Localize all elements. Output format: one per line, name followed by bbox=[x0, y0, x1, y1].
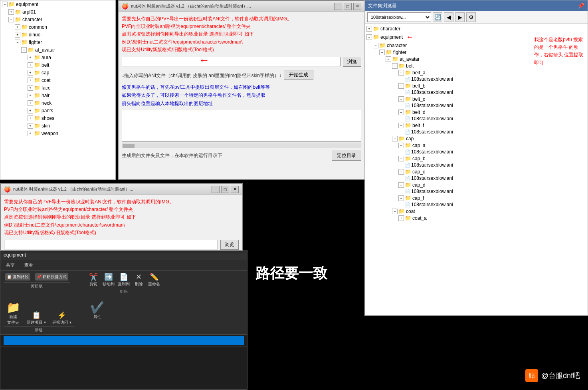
rtree-expand-fighter[interactable]: − bbox=[379, 50, 385, 55]
expand-at-avatar[interactable]: − bbox=[21, 47, 27, 53]
start-button[interactable]: 开始生成 bbox=[284, 70, 313, 80]
rtree-expand-belt[interactable]: − bbox=[392, 63, 398, 69]
expand-aura[interactable]: + bbox=[28, 55, 33, 60]
expand-belt[interactable]: + bbox=[28, 62, 33, 68]
expand-shoes[interactable]: + bbox=[28, 115, 33, 121]
rtree-expand-belt-d[interactable]: − bbox=[398, 109, 404, 115]
tree-item-equipment[interactable]: − 📁 equipment bbox=[0, 0, 115, 8]
tree-item-skin[interactable]: + 📁 skin bbox=[0, 122, 115, 129]
tree-item-character[interactable]: − 📁 character bbox=[0, 16, 115, 23]
file-dropdown[interactable]: 108stairsexblow... bbox=[367, 12, 431, 22]
tree-item-fighter[interactable]: − 📁 fighter bbox=[0, 38, 115, 46]
rtree-cap-b-ani[interactable]: 📄 108stairsexblow.ani bbox=[365, 162, 588, 168]
path-input[interactable]: C:\梦太晓客户端\equipment\character\gunner\ bbox=[122, 57, 341, 66]
address-input[interactable]: C:\Users\ \Desktop\equipment bbox=[4, 336, 244, 345]
rtree-cap-d-ani[interactable]: 📄 108stairsexblow.ani bbox=[365, 188, 588, 195]
rtree-cap-f[interactable]: − 📁 cap_f bbox=[365, 195, 588, 201]
rtree-character-top[interactable]: + 📁 character bbox=[365, 25, 588, 32]
rtree-belt-c-ani[interactable]: 📄 108stairsexblow.ani bbox=[365, 102, 588, 109]
rtree-belt-a-ani[interactable]: 📄 108stairsexblow.ani bbox=[365, 76, 588, 82]
rtree-belt-d-ani[interactable]: 📄 108stairsexblow.ani bbox=[365, 115, 588, 122]
tree-item-common[interactable]: + 📁 common bbox=[0, 23, 115, 31]
delete-button[interactable]: ✕ 删除 bbox=[132, 273, 146, 287]
tree-item-at-avatar[interactable]: − 📁 at_avatar bbox=[0, 46, 115, 54]
tree-item-pants[interactable]: + 📁 pants bbox=[0, 107, 115, 114]
rtree-cap-c-ani[interactable]: 📄 108stairsexblow.ani bbox=[365, 175, 588, 181]
rtree-expand-equipment[interactable]: − bbox=[366, 34, 372, 40]
rtree-expand-belt-f[interactable]: − bbox=[398, 123, 404, 128]
rtree-belt-f[interactable]: − 📁 belt_f bbox=[365, 122, 588, 129]
rtree-expand-cap[interactable]: − bbox=[392, 136, 398, 141]
tree-item-hair[interactable]: + 📁 hair bbox=[0, 92, 115, 99]
rtree-coat-a[interactable]: + 📁 coat_a bbox=[365, 215, 588, 221]
new-item-button[interactable]: 📋 新建项目 ▾ bbox=[24, 311, 48, 325]
expand-coat[interactable]: + bbox=[28, 78, 33, 83]
second-minimize-button[interactable]: — bbox=[212, 186, 220, 193]
rtree-expand-belt-a[interactable]: − bbox=[398, 70, 404, 76]
second-browse-button[interactable]: 浏览 bbox=[220, 240, 239, 250]
tree-item-coat[interactable]: + 📁 coat bbox=[0, 76, 115, 84]
expand-dihuo[interactable]: + bbox=[15, 32, 20, 38]
rtree-expand-belt-b[interactable]: − bbox=[398, 83, 404, 89]
nav-forward-button[interactable]: ▶ bbox=[455, 12, 465, 22]
expand-equipment[interactable]: − bbox=[2, 2, 8, 7]
properties-button[interactable]: ✔️ 属性 bbox=[90, 301, 104, 320]
rtree-expand-at-avatar[interactable]: − bbox=[386, 56, 391, 62]
rtree-cap-d[interactable]: − 📁 cap_d bbox=[365, 181, 588, 188]
new-folder-button[interactable]: 📁 新建 文件夹 bbox=[4, 301, 23, 325]
locate-button[interactable]: 定位目录 bbox=[332, 151, 361, 161]
expand-character[interactable]: − bbox=[8, 17, 14, 22]
rtree-expand-cap-a[interactable]: − bbox=[398, 143, 404, 148]
expand-weapon[interactable]: + bbox=[28, 131, 33, 136]
expand-cap[interactable]: + bbox=[28, 70, 33, 76]
tree-item-weapon[interactable]: + 📁 weapon bbox=[0, 129, 115, 137]
rename-button[interactable]: ✏️ 重命名 bbox=[147, 273, 161, 287]
minimize-button[interactable]: — bbox=[334, 3, 342, 10]
expand-hair[interactable]: + bbox=[28, 93, 33, 98]
rtree-cap-f-ani[interactable]: 📄 108stairsexblow.ani bbox=[365, 201, 588, 208]
pin-icon[interactable]: 📌 bbox=[578, 2, 584, 9]
expand-neck[interactable]: + bbox=[28, 100, 33, 106]
rtree-expand-coat-a[interactable]: + bbox=[398, 215, 404, 221]
rtree-cap[interactable]: − 📁 cap bbox=[365, 135, 588, 142]
scrollbar-h[interactable] bbox=[122, 143, 361, 148]
expand-common[interactable]: + bbox=[15, 24, 20, 30]
rtree-belt-b-ani[interactable]: 📄 108stairsexblow.ani bbox=[365, 89, 588, 96]
rtree-expand-belt-c[interactable]: − bbox=[398, 96, 404, 102]
maximize-button[interactable]: □ bbox=[344, 3, 352, 10]
settings-button[interactable]: ⚙ bbox=[466, 12, 476, 22]
expand-fighter[interactable]: − bbox=[15, 40, 20, 45]
tree-item-face[interactable]: + 📁 face bbox=[0, 84, 115, 92]
refresh-button[interactable]: 🔄 bbox=[433, 12, 442, 22]
rtree-expand-cap-c[interactable]: − bbox=[398, 169, 404, 175]
tree-item-dihuo[interactable]: + 📁 dihuo bbox=[0, 31, 115, 38]
rtree-expand-character-eq[interactable]: − bbox=[373, 43, 378, 48]
view-nav-btn[interactable]: 查看 bbox=[22, 261, 36, 269]
easy-access-button[interactable]: ⚡ 轻松访问 ▾ bbox=[50, 311, 74, 325]
rtree-coat[interactable]: − 📁 coat bbox=[365, 208, 588, 215]
tree-item-cap[interactable]: + 📁 cap bbox=[0, 69, 115, 76]
cut-button[interactable]: ✂️ 剪切 bbox=[86, 273, 101, 287]
rtree-cap-a[interactable]: − 📁 cap_a bbox=[365, 142, 588, 149]
expand-face[interactable]: + bbox=[28, 85, 33, 91]
rtree-expand-cap-b[interactable]: − bbox=[398, 156, 404, 161]
rtree-expand-coat[interactable]: − bbox=[392, 209, 398, 214]
rtree-expand-cap-f[interactable]: − bbox=[398, 195, 404, 201]
rtree-cap-c[interactable]: − 📁 cap_c bbox=[365, 168, 588, 175]
rtree-expand-character-top[interactable]: + bbox=[366, 26, 372, 32]
move-to-button[interactable]: ➡️ 移动到 bbox=[101, 273, 116, 287]
expand-arpf01[interactable]: + bbox=[8, 9, 14, 15]
tree-item-aura[interactable]: + 📁 aura bbox=[0, 54, 115, 61]
rtree-belt-b[interactable]: − 📁 belt_b bbox=[365, 82, 588, 89]
copy-to-button[interactable]: 📄 复制到 bbox=[117, 273, 131, 287]
tree-item-neck[interactable]: + 📁 neck bbox=[0, 99, 115, 107]
rtree-belt-c[interactable]: − 📁 belt_c bbox=[365, 96, 588, 102]
browse-button[interactable]: 浏览 bbox=[343, 57, 361, 67]
rtree-expand-cap-d[interactable]: − bbox=[398, 182, 404, 188]
rtree-belt-d[interactable]: − 📁 belt_d bbox=[365, 109, 588, 115]
rtree-cap-b[interactable]: − 📁 cap_b bbox=[365, 155, 588, 162]
rtree-belt-a[interactable]: − 📁 belt_a bbox=[365, 69, 588, 76]
copy-path-button[interactable]: 📋 复制路径 bbox=[4, 273, 32, 281]
nav-back-button[interactable]: ◀ bbox=[444, 12, 453, 22]
tree-item-arpf01[interactable]: + 📁 arpf01 bbox=[0, 8, 115, 16]
